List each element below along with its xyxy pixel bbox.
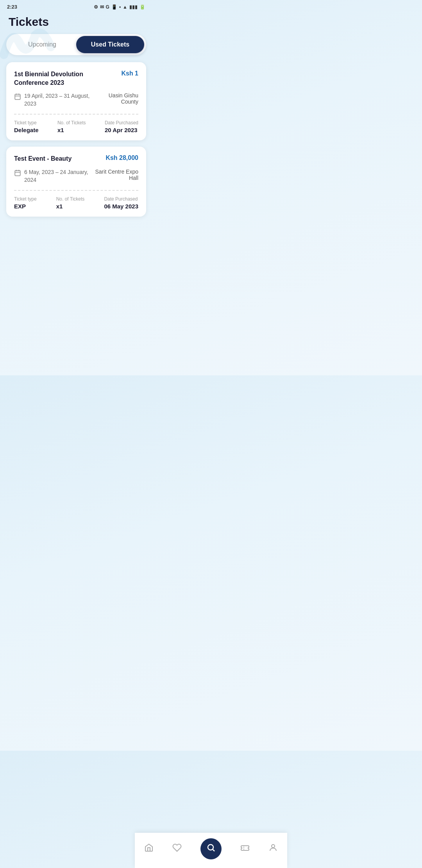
ticket-purchase-value: 20 Apr 2023: [105, 127, 138, 133]
ticket-header: Test Event - Beauty Ksh 28,000: [14, 154, 138, 163]
ticket-purchase-label: Date Purchased: [105, 120, 138, 126]
ticket-name: Test Event - Beauty: [14, 154, 106, 163]
ticket-date-row: 6 May, 2023 – 24 January, 2024 Sarit Cen…: [14, 169, 138, 184]
ticket-divider: [14, 190, 138, 191]
ticket-price: Ksh 1: [121, 70, 138, 77]
ticket-header: 1st Biennial Devolution Conference 2023 …: [14, 70, 138, 87]
calendar-icon: [14, 169, 21, 176]
page-title: Tickets: [9, 15, 144, 29]
ticket-date-col: Date Purchased 20 Apr 2023: [105, 120, 138, 133]
svg-rect-4: [15, 170, 20, 176]
ticket-details: Ticket type EXP No. of Tickets x1 Date P…: [14, 196, 138, 210]
ticket-date-text: 6 May, 2023 – 24 January, 2024: [24, 169, 91, 184]
ticket-type-col: Ticket type Delegate: [14, 120, 39, 133]
ticket-card: 1st Biennial Devolution Conference 2023 …: [6, 62, 146, 140]
ticket-count-label: No. of Tickets: [57, 120, 86, 126]
tab-upcoming[interactable]: Upcoming: [8, 36, 76, 53]
main-content: 1st Biennial Devolution Conference 2023 …: [0, 62, 152, 256]
status-icons: ⚙ ✉ G 📱 • ▲ ▮▮▮ 🔋: [94, 4, 145, 10]
tab-bar: Upcoming Used Tickets: [6, 34, 146, 55]
ticket-count-label: No. of Tickets: [56, 196, 85, 202]
ticket-type-label: Ticket type: [14, 196, 37, 202]
ticket-price: Ksh 28,000: [106, 154, 138, 161]
ticket-name: 1st Biennial Devolution Conference 2023: [14, 70, 121, 87]
ticket-venue: Uasin Gishu County: [95, 92, 138, 105]
ticket-date-col: Date Purchased 06 May 2023: [104, 196, 138, 210]
ticket-count-value: x1: [57, 127, 86, 133]
calendar-icon: [14, 93, 21, 100]
ticket-type-label: Ticket type: [14, 120, 39, 126]
ticket-type-value: EXP: [14, 203, 37, 210]
ticket-purchase-label: Date Purchased: [104, 196, 138, 202]
ticket-count-value: x1: [56, 203, 85, 210]
status-bar: 2:23 ⚙ ✉ G 📱 • ▲ ▮▮▮ 🔋: [0, 0, 152, 12]
ticket-count-col: No. of Tickets x1: [56, 196, 85, 210]
ticket-type-col: Ticket type EXP: [14, 196, 37, 210]
status-time: 2:23: [7, 4, 17, 10]
ticket-date-left: 6 May, 2023 – 24 January, 2024: [14, 169, 91, 184]
ticket-divider: [14, 114, 138, 115]
svg-rect-0: [15, 94, 20, 100]
ticket-date-row: 19 April, 2023 – 31 August, 2023 Uasin G…: [14, 92, 138, 108]
ticket-purchase-value: 06 May 2023: [104, 203, 138, 210]
ticket-details: Ticket type Delegate No. of Tickets x1 D…: [14, 120, 138, 133]
ticket-venue: Sarit Centre Expo Hall: [91, 169, 138, 181]
ticket-date-text: 19 April, 2023 – 31 August, 2023: [24, 92, 95, 108]
ticket-date-left: 19 April, 2023 – 31 August, 2023: [14, 92, 95, 108]
tickets-list: 1st Biennial Devolution Conference 2023 …: [0, 62, 152, 217]
ticket-card: Test Event - Beauty Ksh 28,000 6 May, 20…: [6, 147, 146, 217]
ticket-type-value: Delegate: [14, 127, 39, 133]
header-area: Tickets: [0, 12, 152, 34]
tab-used-tickets[interactable]: Used Tickets: [76, 36, 144, 53]
ticket-count-col: No. of Tickets x1: [57, 120, 86, 133]
